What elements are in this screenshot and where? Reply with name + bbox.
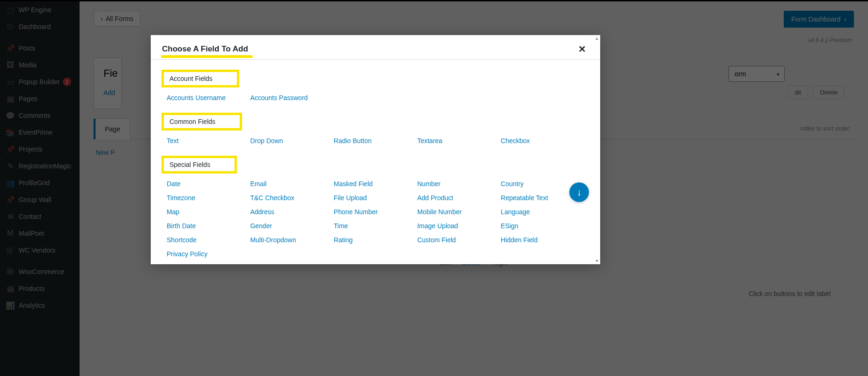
field-option-file-upload[interactable]: File Upload xyxy=(334,191,417,205)
field-option-address[interactable]: Address xyxy=(250,205,333,219)
section-heading: Special Fields xyxy=(164,158,235,171)
field-option-accounts-username[interactable]: Accounts Username xyxy=(167,91,250,105)
field-grid: Accounts UsernameAccounts Password xyxy=(167,91,584,105)
field-option-time[interactable]: Time xyxy=(334,219,417,233)
field-option-date[interactable]: Date xyxy=(167,177,250,191)
field-option-timezone[interactable]: Timezone xyxy=(167,191,250,205)
field-option-add-product[interactable]: Add Product xyxy=(417,191,500,205)
modal-title: Choose A Field To Add xyxy=(162,44,248,53)
close-icon[interactable]: ✕ xyxy=(575,43,589,55)
field-option-privacy-policy[interactable]: Privacy Policy xyxy=(167,247,250,261)
field-option-birth-date[interactable]: Birth Date xyxy=(167,219,250,233)
field-option-masked-field[interactable]: Masked Field xyxy=(334,177,417,191)
field-section: Common FieldsTextDrop DownRadio ButtonTe… xyxy=(167,113,584,148)
field-option-esign[interactable]: ESign xyxy=(501,219,584,233)
field-option-drop-down[interactable]: Drop Down xyxy=(250,134,333,148)
field-grid: TextDrop DownRadio ButtonTextareaCheckbo… xyxy=(167,134,584,148)
field-option-map[interactable]: Map xyxy=(167,205,250,219)
field-option-multi-dropdown[interactable]: Multi-Dropdown xyxy=(250,233,333,247)
field-option-hidden-field[interactable]: Hidden Field xyxy=(501,233,584,247)
scroll-down-icon[interactable]: ▼ xyxy=(594,258,600,264)
field-option-checkbox[interactable]: Checkbox xyxy=(501,134,584,148)
field-option-text[interactable]: Text xyxy=(167,134,250,148)
field-option-number[interactable]: Number xyxy=(417,177,500,191)
field-option-mobile-number[interactable]: Mobile Number xyxy=(417,205,500,219)
field-option-rating[interactable]: Rating xyxy=(334,233,417,247)
field-option-image-upload[interactable]: Image Upload xyxy=(417,219,500,233)
field-grid: DateEmailMasked FieldNumberCountryTimezo… xyxy=(167,177,584,261)
field-option-shortcode[interactable]: Shortcode xyxy=(167,233,250,247)
field-option-t-c-checkbox[interactable]: T&C Checkbox xyxy=(250,191,333,205)
field-option-gender[interactable]: Gender xyxy=(250,219,333,233)
scroll-up-icon[interactable]: ▲ xyxy=(594,35,600,42)
arrow-down-icon: ↓ xyxy=(577,187,581,198)
field-option-textarea[interactable]: Textarea xyxy=(417,134,500,148)
section-heading: Account Fields xyxy=(164,72,237,85)
field-section: Account FieldsAccounts UsernameAccounts … xyxy=(167,70,584,105)
section-heading: Common Fields xyxy=(164,115,240,128)
field-option-custom-field[interactable]: Custom Field xyxy=(417,233,500,247)
field-option-radio-button[interactable]: Radio Button xyxy=(334,134,417,148)
field-option-language[interactable]: Language xyxy=(501,205,584,219)
field-option-phone-number[interactable]: Phone Number xyxy=(334,205,417,219)
field-option-accounts-password[interactable]: Accounts Password xyxy=(250,91,333,105)
choose-field-modal: ▲ Choose A Field To Add ✕ Account Fields… xyxy=(151,35,600,264)
modal-header: Choose A Field To Add ✕ xyxy=(151,35,600,60)
highlight-underline xyxy=(161,55,253,58)
scroll-down-fab[interactable]: ↓ xyxy=(569,182,589,202)
field-option-email[interactable]: Email xyxy=(250,177,333,191)
field-section: Special FieldsDateEmailMasked FieldNumbe… xyxy=(167,156,584,261)
modal-body: Account FieldsAccounts UsernameAccounts … xyxy=(151,60,600,264)
